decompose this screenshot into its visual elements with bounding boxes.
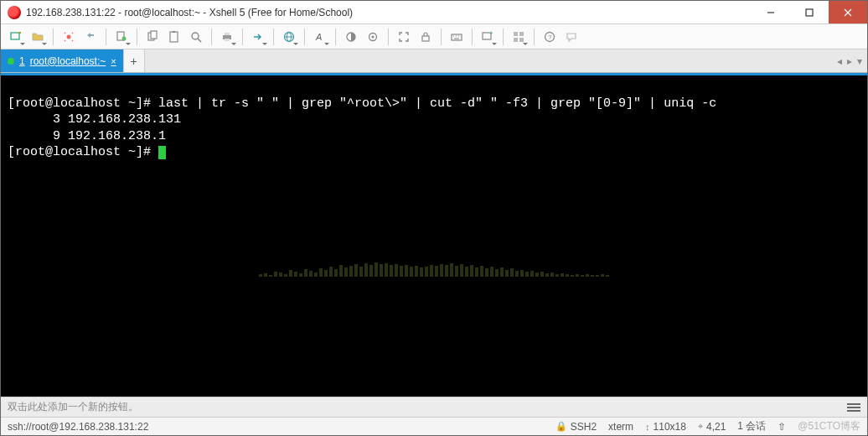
svg-text:?: ? [548,34,552,41]
svg-rect-35 [519,32,524,36]
color-scheme-button[interactable] [341,27,361,47]
help-button[interactable]: ? [540,27,560,47]
disconnect-button[interactable] [80,27,101,47]
svg-rect-17 [225,33,230,35]
svg-rect-36 [514,38,518,42]
svg-rect-12 [170,32,178,42]
svg-line-15 [198,39,201,42]
separator [137,29,137,45]
close-button[interactable] [829,1,867,23]
terminal-output: [root@localhost ~]# last | tr -s " " | g… [1,75,867,180]
status-term: xterm [608,421,633,433]
terminal-prompt: [root@localhost ~]# [8,145,158,159]
svg-rect-1 [806,9,813,16]
status-sessions: 1 会话 [737,419,766,433]
tab-navigation: ◂ ▸ ▾ [832,49,867,72]
connected-indicator-icon [8,58,14,65]
audio-visualizer [1,243,867,277]
cursor-icon [158,146,166,159]
svg-rect-26 [422,36,429,41]
keyboard-button[interactable] [447,27,467,47]
svg-rect-27 [452,34,462,40]
hint-text: 双击此处添加一个新的按钮。 [8,400,138,414]
statusbar: ssh://root@192.168.238.131:22 🔒SSH2 xter… [1,417,867,435]
copy-button[interactable] [142,27,163,47]
window-controls [752,1,867,23]
separator [441,29,442,45]
session-tab[interactable]: 1 root@localhost:~ × [1,49,123,72]
maximize-button[interactable] [790,1,829,23]
print-button[interactable] [217,27,237,47]
svg-point-25 [372,35,375,38]
toolbar: A + ? [1,24,867,49]
tab-list-button[interactable]: ▾ [857,55,862,67]
tabbar: 1 root@localhost:~ × + ◂ ▸ ▾ [1,49,867,73]
status-connection: ssh://root@192.168.238.131:22 [8,421,148,433]
status-size: ↕110x18 [645,421,686,433]
separator [53,29,54,45]
terminal-line: 3 192.168.238.131 [8,112,181,127]
separator [388,29,389,45]
titlebar: 192.168.238.131:22 - root@localhost:~ - … [1,1,867,24]
terminal-area[interactable]: [root@localhost ~]# last | tr -s " " | g… [1,73,867,397]
svg-point-7 [67,34,71,39]
open-button[interactable] [28,27,48,47]
watermark: @51CTO博客 [798,419,860,433]
chat-button[interactable] [561,27,581,47]
svg-point-9 [122,36,127,40]
terminal-line: 9 192.168.238.1 [8,129,166,143]
fullscreen-button[interactable] [394,27,414,47]
tab-close-button[interactable]: × [111,56,116,66]
lock-icon: 🔒 [555,421,567,432]
separator [335,29,336,45]
separator [273,29,274,45]
new-tab-button[interactable]: + [123,49,145,72]
lock-button[interactable] [416,27,436,47]
find-button[interactable] [186,27,206,47]
highlight-button[interactable] [363,27,383,47]
properties-button[interactable] [111,27,132,47]
globe-button[interactable] [279,27,299,47]
separator [211,29,212,45]
svg-point-14 [192,33,199,39]
svg-rect-4 [11,33,19,39]
terminal-line: [root@localhost ~]# last | tr -s " " | g… [8,96,716,111]
separator [534,29,535,45]
svg-rect-11 [151,31,157,39]
svg-text:+: + [489,30,493,37]
separator [472,29,473,45]
new-window-button[interactable]: + [478,27,498,47]
tab-prev-button[interactable]: ◂ [837,55,842,67]
font-button[interactable]: A [310,27,330,47]
size-icon: ↕ [645,422,650,432]
status-protocol: 🔒SSH2 [555,421,597,433]
svg-rect-13 [173,31,175,33]
window-title: 192.168.238.131:22 - root@localhost:~ - … [26,7,752,18]
separator [304,29,305,45]
transfer-button[interactable] [248,27,268,47]
tab-label: root@localhost:~ [30,55,106,67]
svg-rect-34 [514,32,518,36]
scroll-up-button[interactable]: ⇧ [778,421,786,433]
tab-index: 1 [19,55,25,67]
quick-command-bar[interactable]: 双击此处添加一个新的按钮。 [1,397,867,417]
svg-text:A: A [315,32,322,42]
app-icon [8,6,21,19]
status-cursor: ⌖4,21 [698,421,726,433]
svg-rect-18 [225,39,230,41]
separator [503,29,504,45]
menu-icon[interactable] [847,403,860,412]
tile-button[interactable] [509,27,529,47]
separator [242,29,243,45]
new-session-button[interactable] [6,27,26,47]
tab-next-button[interactable]: ▸ [847,55,852,67]
minimize-button[interactable] [752,1,790,23]
reconnect-button[interactable] [59,27,79,47]
svg-rect-37 [519,38,524,42]
cursor-pos-icon: ⌖ [698,421,703,432]
separator [106,29,106,45]
paste-button[interactable] [164,27,184,47]
